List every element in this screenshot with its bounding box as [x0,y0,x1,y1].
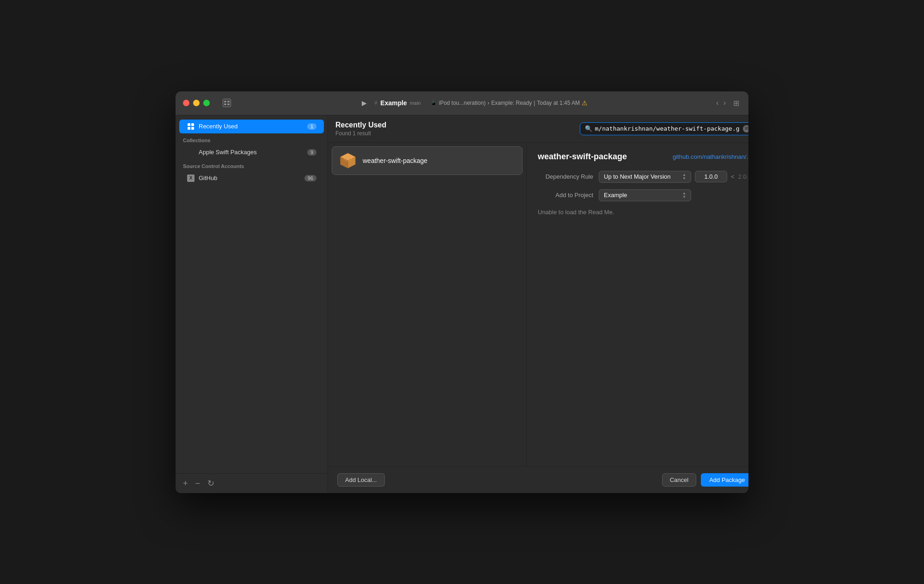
project-dropdown[interactable]: Example ▲ ▼ [599,189,691,201]
source-control-header: Source Control Accounts [176,160,328,171]
title-bar-center: ▶ ⑂ Example main 📱 iPod tou...neration) … [231,96,714,109]
breadcrumb: 📱 iPod tou...neration) › Example: Ready … [430,99,588,107]
right-panel: Recently Used Found 1 result 🔍 ✕ [328,115,748,493]
search-title: Recently Used [335,121,386,129]
status-text: Example: Ready [491,100,532,106]
project-name: Example [380,99,407,107]
dependency-rule-label: Dependency Rule [538,173,593,180]
collections-header: Collections [176,134,328,145]
readme-area: Unable to load the Read Me. [538,209,748,216]
add-local-button[interactable]: Add Local... [337,473,385,487]
branch-icon: ⑂ [374,100,377,106]
search-input[interactable] [595,125,740,132]
search-area: Recently Used Found 1 result 🔍 ✕ [328,115,748,143]
device-icon: 📱 [430,100,437,106]
branch-name: main [410,100,421,106]
maximize-button[interactable] [203,100,210,106]
package-list: weather-swift-package [328,143,527,466]
timestamp: Today at 1:45 AM [537,100,580,106]
apple-icon [187,148,195,157]
svg-rect-2 [224,103,226,105]
package-details-header: weather-swift-package github.com/nathank… [538,152,748,162]
cancel-button[interactable]: Cancel [662,473,696,487]
refresh-button[interactable]: ↻ [207,479,214,488]
add-to-project-control: Example ▲ ▼ [599,189,691,201]
sidebar-item-github[interactable]: X GitHub 96 [179,171,324,185]
package-item[interactable]: weather-swift-package [332,146,523,175]
dependency-rule-row: Dependency Rule Up to Next Major Version… [538,171,748,183]
dependency-rule-value: Up to Next Major Version [604,173,671,180]
bottom-bar: Add Local... Cancel Add Package [328,466,748,493]
search-clear-button[interactable]: ✕ [743,125,748,132]
status-separator: | [534,100,535,106]
action-buttons: Cancel Add Package [662,473,748,487]
search-icon: 🔍 [585,125,592,132]
title-info: ⑂ Example main [374,99,420,107]
svg-rect-3 [227,103,230,105]
recently-used-badge: 1 [307,123,316,130]
nav-forward-button[interactable]: › [722,98,728,108]
version-max: 2.0.0 [738,173,748,180]
add-button[interactable]: + [183,479,188,488]
readme-text: Unable to load the Read Me. [538,209,614,216]
grid-icon [187,122,195,131]
apple-swift-label: Apple Swift Packages [199,149,307,156]
sidebar-footer: + − ↻ [176,473,328,493]
traffic-lights [183,100,210,106]
package-link[interactable]: github.com/nathankrishnan/... [673,153,748,160]
svg-rect-0 [224,101,226,102]
version-separator: < [731,173,735,180]
add-to-project-row: Add to Project Example ▲ ▼ [538,189,748,201]
search-input-container[interactable]: 🔍 ✕ [580,122,748,135]
svg-rect-6 [188,127,190,130]
project-value: Example [604,192,627,199]
nav-arrows: ‹ › [714,98,728,108]
package-box-icon [339,151,357,170]
github-label: GitHub [199,175,304,181]
warning-icon: ⚠ [582,99,588,107]
nav-back-button[interactable]: ‹ [714,98,720,108]
add-package-button[interactable]: Add Package [701,473,748,487]
package-detail-name: weather-swift-package [538,152,627,162]
breadcrumb-text: iPod tou...neration) [439,100,486,106]
svg-rect-4 [188,123,190,126]
sidebar-item-recently-used[interactable]: Recently Used 1 [179,120,324,133]
dropdown-arrows-icon: ▲ ▼ [682,173,686,181]
sidebar-item-apple-swift[interactable]: Apple Swift Packages 9 [179,145,324,159]
project-dropdown-arrows-icon: ▲ ▼ [682,192,686,199]
package-name: weather-swift-package [363,157,427,164]
dependency-rule-dropdown[interactable]: Up to Next Major Version ▲ ▼ [599,171,691,183]
run-button[interactable]: ▶ [358,96,371,109]
package-details: weather-swift-package github.com/nathank… [527,143,748,466]
github-badge: 96 [304,175,316,181]
version-min-field[interactable]: 1.0.0 [695,171,727,182]
svg-rect-7 [191,127,194,130]
close-button[interactable] [183,100,189,106]
window-switcher[interactable] [223,99,231,107]
content-area: weather-swift-package weather-swift-pack… [328,143,748,466]
apple-swift-badge: 9 [307,149,316,156]
search-title-area: Recently Used Found 1 result [335,121,386,137]
window-switcher-icon [223,99,231,107]
dependency-rule-control: Up to Next Major Version ▲ ▼ 1.0.0 < 2.0… [599,171,748,183]
add-to-project-label: Add to Project [538,192,593,199]
github-icon: X [187,174,195,182]
search-subtitle: Found 1 result [335,130,386,137]
recently-used-label: Recently Used [199,123,307,130]
remove-button[interactable]: − [195,479,201,488]
title-bar: ▶ ⑂ Example main 📱 iPod tou...neration) … [176,91,748,115]
minimize-button[interactable] [193,100,200,106]
title-bar-right: ‹ › ⊞ [714,98,741,108]
sidebar-content: Recently Used 1 Collections Apple Swift … [176,115,328,473]
main-content: Recently Used 1 Collections Apple Swift … [176,115,748,493]
layout-button[interactable]: ⊞ [731,98,741,108]
svg-rect-1 [227,101,230,102]
sidebar: Recently Used 1 Collections Apple Swift … [176,115,328,493]
svg-rect-5 [191,123,194,126]
